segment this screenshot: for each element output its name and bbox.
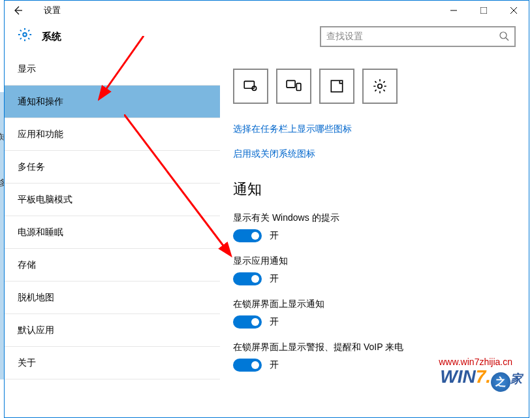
search-icon (499, 31, 509, 43)
sidebar-item-notifications[interactable]: 通知和操作 (5, 86, 220, 118)
truncated-heading: ━━━━━━━━━ (233, 53, 516, 56)
close-button[interactable] (499, 1, 529, 20)
setting-label: 显示应用通知 (233, 255, 516, 267)
sidebar-item-storage[interactable]: 存储 (5, 249, 220, 281)
sidebar-item-about[interactable]: 关于 (5, 347, 220, 379)
toggle-state: 开 (270, 273, 279, 285)
globe-icon: 之 (491, 372, 510, 392)
sidebar-item-display[interactable]: 显示 (5, 53, 220, 86)
svg-point-4 (23, 33, 27, 37)
setting-label: 在锁屏界面上显示警报、提醒和 VoIP 来电 (233, 342, 516, 353)
sidebar-item-power[interactable]: 电源和睡眠 (5, 216, 220, 249)
header: 系统 查找设置 (5, 20, 529, 53)
svg-point-5 (500, 32, 507, 39)
quick-action-connect[interactable] (276, 69, 311, 104)
titlebar: 设置 (5, 1, 529, 20)
search-input[interactable]: 查找设置 (320, 26, 516, 47)
quick-action-settings[interactable] (362, 69, 398, 104)
sidebar-item-multitask[interactable]: 多任务 (5, 151, 220, 184)
toggle-app-notifications[interactable] (233, 272, 262, 285)
sidebar-item-offline-maps[interactable]: 脱机地图 (5, 281, 220, 314)
svg-rect-10 (296, 84, 301, 91)
toggle-lockscreen-notifications[interactable] (233, 315, 262, 329)
link-taskbar-icons[interactable]: 选择在任务栏上显示哪些图标 (233, 123, 516, 135)
minimize-button[interactable] (439, 1, 469, 20)
maximize-button[interactable] (469, 1, 499, 20)
settings-window: 设置 系统 查找设置 显示 通知和操作 应用和功能 多任务 平板电脑模式 (4, 0, 529, 418)
window-title: 设置 (44, 5, 61, 16)
svg-point-12 (378, 84, 383, 89)
setting-label: 在锁屏界面上显示通知 (233, 298, 516, 310)
link-system-icons[interactable]: 启用或关闭系统图标 (233, 148, 516, 160)
header-section-title: 系统 (42, 31, 61, 43)
sidebar-item-default-apps[interactable]: 默认应用 (5, 314, 220, 347)
setting-app-notifications: 显示应用通知 开 (233, 255, 516, 285)
toggle-state: 开 (270, 359, 279, 371)
watermark-logo: WIN7.之家 (440, 366, 522, 393)
quick-action-note[interactable] (319, 69, 354, 104)
toggle-lockscreen-alerts[interactable] (233, 359, 262, 372)
setting-windows-tips: 显示有关 Windows 的提示 开 (233, 212, 516, 242)
quick-action-row (233, 69, 516, 104)
search-placeholder: 查找设置 (326, 31, 363, 42)
toggle-state: 开 (270, 316, 279, 328)
sidebar: 显示 通知和操作 应用和功能 多任务 平板电脑模式 电源和睡眠 存储 脱机地图 … (5, 53, 220, 417)
section-title-notifications: 通知 (233, 180, 516, 199)
toggle-windows-tips[interactable] (233, 229, 262, 242)
quick-action-tablet[interactable] (233, 69, 268, 104)
setting-label: 显示有关 Windows 的提示 (233, 212, 516, 224)
toggle-state: 开 (270, 230, 279, 242)
svg-line-6 (506, 38, 509, 40)
sidebar-item-apps[interactable]: 应用和功能 (5, 118, 220, 151)
svg-rect-1 (480, 7, 487, 14)
sidebar-item-tablet[interactable]: 平板电脑模式 (5, 184, 220, 216)
gear-icon (18, 27, 32, 46)
svg-rect-9 (287, 80, 295, 88)
setting-lockscreen-notifications: 在锁屏界面上显示通知 开 (233, 298, 516, 329)
svg-rect-11 (331, 80, 342, 91)
back-button[interactable] (5, 1, 31, 20)
